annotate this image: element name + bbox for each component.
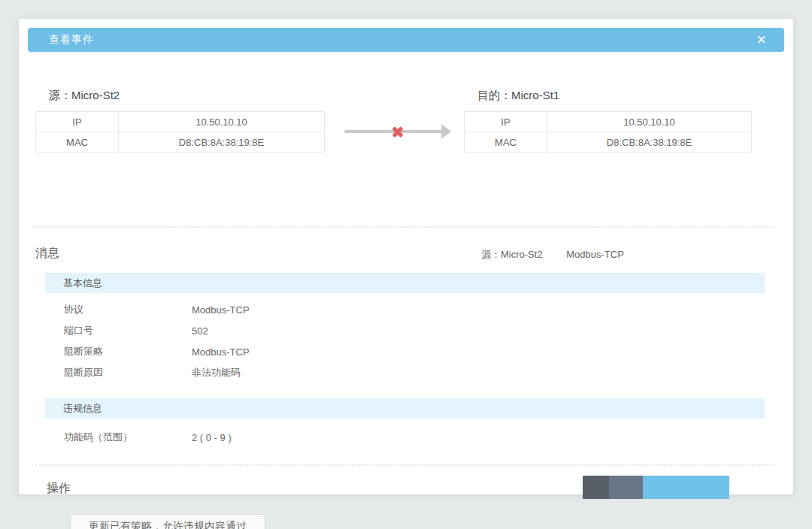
destination-ip-label: IP — [465, 112, 547, 132]
port-value: 502 — [192, 325, 208, 337]
endpoints-section: 源：Micro-St2 IP 10.50.10.10 MAC D8:CB:8A:… — [35, 89, 774, 203]
protocol-label: 协议 — [64, 303, 192, 316]
meta-source: 源：Micro-St2 — [481, 249, 543, 260]
source-ip-label: IP — [36, 112, 119, 132]
severity-stacked-bar — [583, 476, 729, 499]
view-event-dialog: 查看事件 × 源：Micro-St2 IP 10.50.10.10 MAC D8… — [19, 19, 793, 494]
protocol-value: Modbus-TCP — [192, 304, 250, 316]
close-icon[interactable]: × — [752, 32, 771, 48]
destination-mac-label: MAC — [465, 132, 547, 153]
violation-info-band: 违规信息 — [45, 398, 765, 419]
basic-info-band: 基本信息 — [45, 273, 765, 293]
bar-segment-blue — [643, 476, 729, 499]
source-table: IP 10.50.10.10 MAC D8:CB:8A:38:19:8E — [35, 111, 325, 153]
function-code-value: 2 ( 0 - 9 ) — [192, 432, 232, 443]
source-mac-value: D8:CB:8A:38:19:8E — [119, 132, 325, 153]
port-label: 端口号 — [64, 324, 192, 337]
meta-protocol: Modbus-TCP — [566, 249, 624, 260]
table-row: IP 10.50.10.10 — [465, 112, 752, 132]
bar-segment-dark — [583, 476, 609, 499]
function-code-label: 功能码（范围） — [64, 431, 192, 444]
source-endpoint: 源：Micro-St2 IP 10.50.10.10 MAC D8:CB:8A:… — [35, 89, 325, 153]
source-mac-label: MAC — [36, 132, 119, 153]
list-item: 协议 Modbus-TCP — [35, 299, 774, 320]
block-reason-label: 阻断原因 — [64, 366, 192, 379]
block-policy-label: 阻断策略 — [64, 345, 192, 358]
update-policy-button[interactable]: 更新已有策略，允许违规内容通过 — [70, 514, 265, 529]
destination-endpoint: 目的：Micro-St1 IP 10.50.10.10 MAC D8:CB:8A… — [464, 89, 752, 153]
basic-info-rows: 协议 Modbus-TCP 端口号 502 阻断策略 Modbus-TCP 阻断… — [35, 299, 774, 383]
destination-mac-value: D8:CB:8A:38:19:8E — [547, 132, 752, 153]
dialog-title: 查看事件 — [49, 33, 94, 47]
source-ip-value: 10.50.10.10 — [119, 112, 325, 132]
message-title: 消息 — [35, 246, 59, 259]
table-row: IP 10.50.10.10 — [36, 112, 325, 132]
table-row: MAC D8:CB:8A:38:19:8E — [36, 132, 325, 153]
list-item: 阻断策略 Modbus-TCP — [35, 341, 774, 362]
table-row: MAC D8:CB:8A:38:19:8E — [465, 132, 752, 153]
dialog-body: 源：Micro-St2 IP 10.50.10.10 MAC D8:CB:8A:… — [35, 70, 774, 494]
operation-section: 操作 — [35, 476, 774, 501]
list-item: 功能码（范围） 2 ( 0 - 9 ) — [35, 427, 774, 448]
dialog-header: 查看事件 × — [28, 28, 784, 52]
blocked-x-icon: ✖ — [391, 124, 404, 140]
page-background: { "dialog": { "title": "查看事件", "close_gl… — [0, 0, 812, 529]
divider — [35, 464, 774, 466]
list-item: 阻断原因 非法功能码 — [35, 362, 774, 383]
destination-title: 目的：Micro-St1 — [464, 89, 752, 103]
block-reason-value: 非法功能码 — [192, 366, 241, 379]
bar-segment-slate — [609, 476, 643, 499]
operation-title: 操作 — [47, 481, 71, 497]
divider — [35, 226, 774, 228]
destination-ip-value: 10.50.10.10 — [547, 112, 752, 132]
destination-table: IP 10.50.10.10 MAC D8:CB:8A:38:19:8E — [464, 111, 752, 153]
list-item: 端口号 502 — [35, 320, 774, 341]
blocked-flow-arrow: ✖ — [344, 122, 451, 141]
arrow-head-icon — [441, 124, 451, 139]
message-header: 消息 源：Micro-St2 Modbus-TCP — [35, 246, 774, 261]
source-title: 源：Micro-St2 — [35, 89, 325, 103]
violation-info-rows: 功能码（范围） 2 ( 0 - 9 ) — [35, 427, 774, 448]
message-meta: 源：Micro-St2 Modbus-TCP — [481, 248, 624, 261]
block-policy-value: Modbus-TCP — [192, 346, 250, 358]
